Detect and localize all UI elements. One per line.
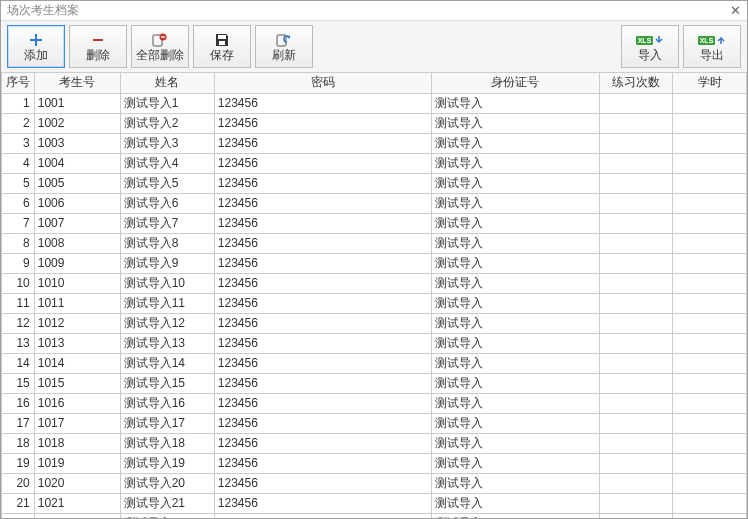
import-button[interactable]: XLS 导入 (621, 25, 679, 68)
cell-prac[interactable] (599, 433, 673, 453)
cell-sno[interactable]: 1009 (34, 253, 120, 273)
cell-prac[interactable] (599, 513, 673, 518)
cell-idc[interactable]: 测试导入 (431, 133, 599, 153)
table-row[interactable]: 171017测试导入17123456测试导入 (2, 413, 747, 433)
table-row[interactable]: 151015测试导入15123456测试导入 (2, 373, 747, 393)
cell-sno[interactable]: 1013 (34, 333, 120, 353)
cell-seq[interactable]: 8 (2, 233, 35, 253)
cell-sno[interactable]: 1016 (34, 393, 120, 413)
cell-idc[interactable]: 测试导入 (431, 193, 599, 213)
cell-seq[interactable]: 1 (2, 93, 35, 113)
cell-stime[interactable] (673, 133, 747, 153)
cell-pwd[interactable]: 123456 (214, 433, 431, 453)
table-row[interactable]: 111011测试导入11123456测试导入 (2, 293, 747, 313)
cell-sno[interactable]: 1018 (34, 433, 120, 453)
cell-prac[interactable] (599, 453, 673, 473)
cell-stime[interactable] (673, 473, 747, 493)
cell-prac[interactable] (599, 393, 673, 413)
cell-prac[interactable] (599, 113, 673, 133)
cell-stime[interactable] (673, 513, 747, 518)
cell-stime[interactable] (673, 153, 747, 173)
cell-sno[interactable]: 1017 (34, 413, 120, 433)
cell-pwd[interactable]: 123456 (214, 133, 431, 153)
cell-idc[interactable]: 测试导入 (431, 473, 599, 493)
cell-name[interactable]: 测试导入12 (120, 313, 214, 333)
cell-stime[interactable] (673, 353, 747, 373)
cell-name[interactable]: 测试导入19 (120, 453, 214, 473)
table-row[interactable]: 211021测试导入21123456测试导入 (2, 493, 747, 513)
cell-idc[interactable]: 测试导入 (431, 273, 599, 293)
cell-stime[interactable] (673, 193, 747, 213)
cell-seq[interactable]: 21 (2, 493, 35, 513)
cell-idc[interactable]: 测试导入 (431, 253, 599, 273)
cell-sno[interactable]: 1021 (34, 493, 120, 513)
cell-prac[interactable] (599, 233, 673, 253)
cell-idc[interactable]: 测试导入 (431, 93, 599, 113)
cell-seq[interactable]: 5 (2, 173, 35, 193)
table-row[interactable]: 221022测试导入22123456测试导入 (2, 513, 747, 518)
cell-pwd[interactable]: 123456 (214, 193, 431, 213)
cell-idc[interactable]: 测试导入 (431, 433, 599, 453)
cell-name[interactable]: 测试导入3 (120, 133, 214, 153)
cell-prac[interactable] (599, 373, 673, 393)
table-row[interactable]: 141014测试导入14123456测试导入 (2, 353, 747, 373)
col-password[interactable]: 密码 (214, 73, 431, 93)
cell-pwd[interactable]: 123456 (214, 393, 431, 413)
cell-seq[interactable]: 17 (2, 413, 35, 433)
cell-idc[interactable]: 测试导入 (431, 313, 599, 333)
cell-prac[interactable] (599, 173, 673, 193)
cell-pwd[interactable]: 123456 (214, 313, 431, 333)
cell-seq[interactable]: 22 (2, 513, 35, 518)
cell-seq[interactable]: 11 (2, 293, 35, 313)
cell-name[interactable]: 测试导入9 (120, 253, 214, 273)
cell-prac[interactable] (599, 473, 673, 493)
cell-pwd[interactable]: 123456 (214, 373, 431, 393)
cell-seq[interactable]: 14 (2, 353, 35, 373)
cell-seq[interactable]: 3 (2, 133, 35, 153)
cell-pwd[interactable]: 123456 (214, 213, 431, 233)
cell-pwd[interactable]: 123456 (214, 333, 431, 353)
cell-seq[interactable]: 6 (2, 193, 35, 213)
table-row[interactable]: 91009测试导入9123456测试导入 (2, 253, 747, 273)
cell-stime[interactable] (673, 493, 747, 513)
cell-sno[interactable]: 1020 (34, 473, 120, 493)
cell-pwd[interactable]: 123456 (214, 253, 431, 273)
cell-name[interactable]: 测试导入2 (120, 113, 214, 133)
table-row[interactable]: 11001测试导入1123456测试导入 (2, 93, 747, 113)
cell-seq[interactable]: 7 (2, 213, 35, 233)
cell-prac[interactable] (599, 313, 673, 333)
cell-pwd[interactable]: 123456 (214, 153, 431, 173)
cell-name[interactable]: 测试导入5 (120, 173, 214, 193)
cell-sno[interactable]: 1005 (34, 173, 120, 193)
cell-prac[interactable] (599, 413, 673, 433)
cell-idc[interactable]: 测试导入 (431, 213, 599, 233)
cell-name[interactable]: 测试导入15 (120, 373, 214, 393)
cell-prac[interactable] (599, 193, 673, 213)
col-id-card[interactable]: 身份证号 (431, 73, 599, 93)
col-name[interactable]: 姓名 (120, 73, 214, 93)
delete-all-button[interactable]: 全部删除 (131, 25, 189, 68)
cell-sno[interactable]: 1019 (34, 453, 120, 473)
col-student-no[interactable]: 考生号 (34, 73, 120, 93)
cell-sno[interactable]: 1012 (34, 313, 120, 333)
cell-name[interactable]: 测试导入18 (120, 433, 214, 453)
cell-stime[interactable] (673, 313, 747, 333)
cell-stime[interactable] (673, 213, 747, 233)
cell-name[interactable]: 测试导入16 (120, 393, 214, 413)
cell-pwd[interactable]: 123456 (214, 353, 431, 373)
cell-idc[interactable]: 测试导入 (431, 233, 599, 253)
cell-pwd[interactable]: 123456 (214, 233, 431, 253)
cell-prac[interactable] (599, 493, 673, 513)
cell-idc[interactable]: 测试导入 (431, 173, 599, 193)
cell-stime[interactable] (673, 253, 747, 273)
cell-prac[interactable] (599, 293, 673, 313)
table-row[interactable]: 31003测试导入3123456测试导入 (2, 133, 747, 153)
cell-idc[interactable]: 测试导入 (431, 353, 599, 373)
cell-sno[interactable]: 1007 (34, 213, 120, 233)
cell-name[interactable]: 测试导入17 (120, 413, 214, 433)
cell-name[interactable]: 测试导入13 (120, 333, 214, 353)
cell-pwd[interactable]: 123456 (214, 413, 431, 433)
table-row[interactable]: 101010测试导入10123456测试导入 (2, 273, 747, 293)
table-row[interactable]: 41004测试导入4123456测试导入 (2, 153, 747, 173)
cell-seq[interactable]: 12 (2, 313, 35, 333)
